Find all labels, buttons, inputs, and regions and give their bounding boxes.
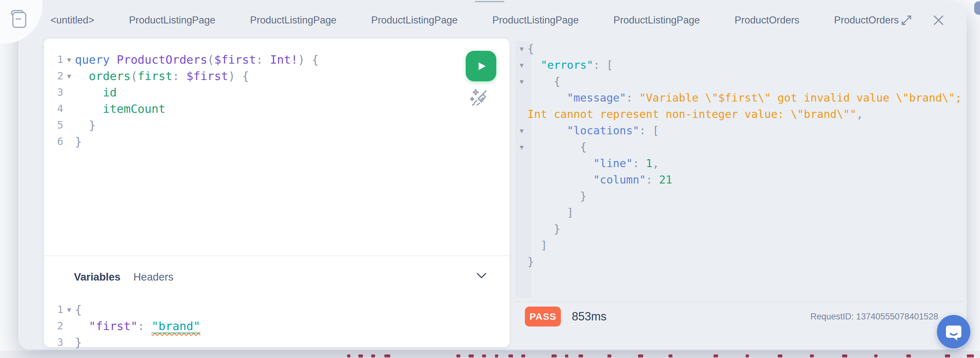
background-mark: [347, 355, 350, 357]
background-mark: [668, 355, 672, 357]
expand-button[interactable]: [899, 13, 914, 28]
code-text: "line": 1,: [527, 155, 659, 172]
collapse-section-button[interactable]: [475, 272, 488, 281]
chat-launcher-button[interactable]: [937, 315, 970, 348]
fold-spacer: [516, 106, 527, 123]
book-icon[interactable]: [11, 10, 27, 30]
code-text: query ProductOrders($first: Int!) {: [75, 51, 319, 68]
fold-spacer: [63, 117, 75, 134]
tab-productlistingpage[interactable]: ProductListingPage: [129, 14, 215, 26]
line-number: 5: [49, 117, 63, 134]
code-line: 4 itemCount: [44, 100, 509, 117]
code-line: "message": "Variable \"$first\" got inva…: [516, 90, 963, 106]
tab-productorders[interactable]: ProductOrders: [735, 14, 799, 26]
variables-headers-bar: Variables Headers: [44, 256, 509, 294]
code-line: Int cannot represent non-integer value: …: [516, 106, 963, 123]
code-line: }: [516, 188, 963, 204]
code-text: ]: [527, 237, 547, 253]
fold-arrow-icon[interactable]: ▾: [516, 123, 527, 139]
line-number: 1: [49, 301, 63, 318]
request-id-label: RequestID: 13740555078401528: [810, 307, 938, 326]
fold-spacer: [516, 221, 527, 237]
response-viewer: ▾{▾ "errors": [▾ { "message": "Variable …: [516, 40, 963, 302]
code-line: ▾{: [516, 40, 963, 57]
fold-spacer: [516, 172, 527, 188]
code-line: 2▾ orders(first: $first) {: [44, 68, 509, 84]
background-mark: [907, 355, 911, 357]
tab-productlistingpage[interactable]: ProductListingPage: [250, 14, 337, 26]
code-text: ]: [527, 204, 573, 221]
fold-arrow-icon[interactable]: ▾: [516, 73, 527, 90]
background-mark: [495, 355, 498, 357]
footer-divider: [515, 301, 963, 302]
code-line: 1▾{: [44, 301, 509, 318]
tab-productorders[interactable]: ProductOrders: [834, 14, 899, 26]
code-text: orders(first: $first) {: [75, 68, 249, 84]
tab-untitled[interactable]: <untitled>: [51, 14, 94, 26]
fold-arrow-icon[interactable]: ▾: [516, 139, 527, 155]
code-line: }: [516, 253, 963, 270]
fold-spacer: [516, 188, 527, 204]
code-line: ]: [516, 204, 963, 221]
code-text: }: [527, 188, 587, 204]
code-line: ▾ "locations": [: [516, 123, 963, 139]
fold-arrow-icon[interactable]: ▾: [63, 301, 75, 318]
fold-spacer: [63, 100, 75, 117]
line-number: 2: [49, 68, 63, 84]
fold-spacer: [516, 204, 527, 221]
code-text: "locations": [: [527, 123, 659, 139]
fold-arrow-icon[interactable]: ▾: [516, 57, 527, 73]
code-text: }: [75, 334, 82, 351]
fold-spacer: [63, 84, 75, 100]
code-line: ▾ {: [516, 139, 963, 155]
query-editor[interactable]: 1▾query ProductOrders($first: Int!) {2▾ …: [44, 51, 509, 251]
code-line: 6}: [44, 134, 509, 150]
background-mark: [371, 355, 375, 357]
duration-label: 853ms: [572, 307, 606, 326]
tab-productlistingpage[interactable]: ProductListingPage: [492, 14, 579, 26]
line-number: 1: [49, 51, 63, 68]
line-number: 4: [49, 100, 63, 117]
code-text: "first": "brand": [75, 318, 200, 334]
tab-headers[interactable]: Headers: [134, 271, 173, 283]
tab-actions: [899, 13, 946, 28]
background-corner-shape: [974, 1, 980, 15]
prettify-button[interactable]: [469, 87, 490, 107]
background-mark: [521, 355, 525, 357]
code-line: 3}: [44, 334, 509, 351]
fold-arrow-icon[interactable]: ▾: [516, 40, 527, 57]
background-mark: [384, 355, 390, 357]
tab-variables[interactable]: Variables: [74, 271, 121, 283]
code-line: ▾ "errors": [: [516, 57, 963, 73]
status-badge: PASS: [525, 307, 561, 326]
code-text: itemCount: [75, 100, 165, 117]
tab-strip: <untitled>ProductListingPageProductListi…: [51, 14, 899, 26]
code-text: }: [527, 253, 534, 270]
fold-arrow-icon[interactable]: ▾: [63, 51, 75, 68]
fold-arrow-icon[interactable]: ▾: [63, 68, 75, 84]
variables-editor[interactable]: 1▾{2 "first": "brand"3}: [44, 301, 509, 353]
code-line: "line": 1,: [516, 155, 963, 172]
code-text: }: [75, 117, 96, 134]
code-line: 2 "first": "brand": [44, 318, 509, 334]
background-mark: [552, 355, 557, 357]
background-mark: [874, 355, 877, 357]
run-button[interactable]: [466, 51, 496, 81]
chevron-down-icon: [475, 272, 488, 280]
code-text: {: [527, 139, 587, 155]
code-text: "column": 21: [527, 172, 672, 188]
code-line: "column": 21: [516, 172, 963, 188]
background-mark: [358, 355, 363, 357]
fold-spacer: [516, 237, 527, 253]
tab-productlistingpage[interactable]: ProductListingPage: [614, 14, 700, 26]
line-number: 3: [49, 84, 63, 100]
background-mark: [579, 355, 583, 357]
background-mark: [967, 355, 974, 357]
background-mark: [509, 355, 513, 357]
close-button[interactable]: [931, 13, 946, 28]
play-icon: [475, 60, 488, 73]
chat-bubble-icon: [944, 322, 963, 341]
background-mark: [810, 355, 814, 357]
tab-bar: <untitled>ProductListingPageProductListi…: [18, 3, 967, 37]
tab-productlistingpage[interactable]: ProductListingPage: [371, 14, 458, 26]
